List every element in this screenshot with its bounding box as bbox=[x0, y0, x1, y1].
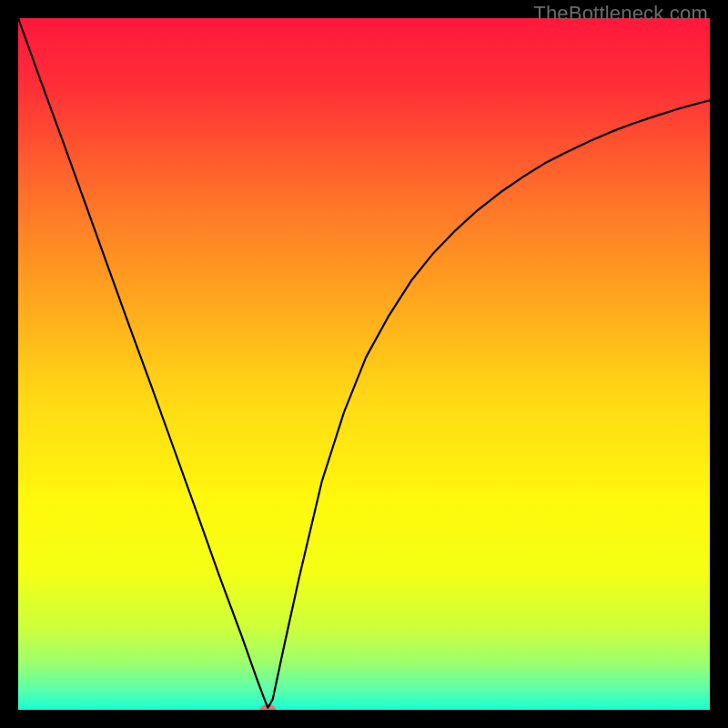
chart-frame bbox=[18, 18, 710, 710]
watermark-label: TheBottleneck.com bbox=[533, 2, 708, 25]
bottleneck-chart bbox=[18, 18, 710, 710]
